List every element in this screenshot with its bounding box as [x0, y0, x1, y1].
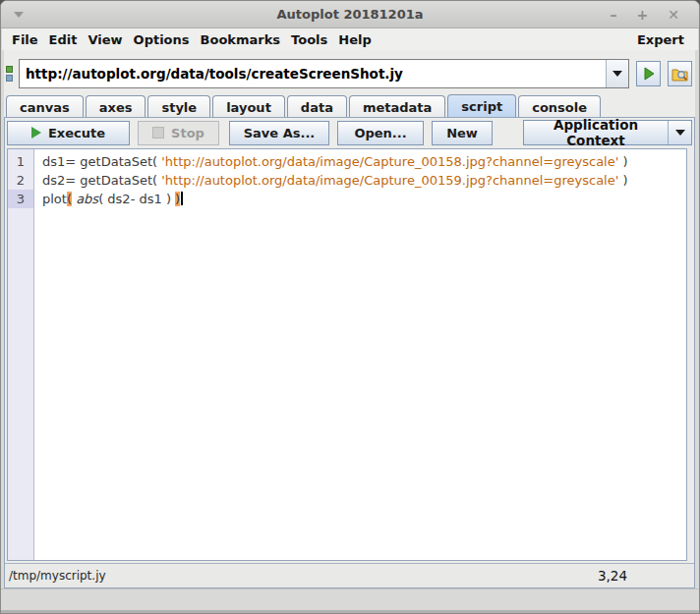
code-text: ) [618, 173, 627, 188]
code-line-1: ds1= getDataSet( 'http://autoplot.org/da… [42, 152, 686, 171]
builtin-function: abs [76, 192, 98, 206]
save-as-label: Save As... [244, 126, 316, 140]
line-number: 2 [8, 171, 33, 190]
tab-canvas[interactable]: canvas [6, 95, 84, 118]
uri-dropdown-button[interactable] [606, 60, 628, 87]
window-resize-edge[interactable] [1, 588, 699, 613]
save-as-button[interactable]: Save As... [229, 121, 329, 145]
tab-strip: canvas axes style layout data metadata s… [6, 94, 693, 118]
uri-blue-square-icon [6, 75, 13, 82]
context-combobox[interactable]: Application Context [523, 120, 692, 145]
string-literal: 'http://autoplot.org/data/image/Capture_… [161, 173, 618, 188]
cursor-position: 3,24 [598, 568, 627, 584]
text-cursor [181, 192, 183, 205]
uri-field-wrap [19, 59, 629, 88]
matched-paren: ) [175, 192, 180, 206]
code-text: ds1= getDataSet( [42, 154, 161, 169]
tab-metadata[interactable]: metadata [349, 95, 445, 118]
code-text: ( ds2- ds1 ) [98, 192, 175, 206]
tab-data[interactable]: data [287, 95, 347, 118]
execute-play-icon [31, 127, 41, 139]
code-text: ) [618, 154, 627, 169]
code-line-2: ds2= getDataSet( 'http://autoplot.org/da… [42, 171, 686, 190]
script-pane: Execute Stop Save As... Open... New Appl… [4, 117, 695, 588]
title-bar[interactable]: Autoplot 20181201a – + ✕ [1, 1, 699, 28]
execute-label: Execute [48, 126, 105, 140]
main-content: canvas axes style layout data metadata s… [4, 50, 695, 588]
stop-button: Stop [138, 121, 219, 145]
play-icon [642, 67, 656, 81]
line-number-current: 3 [8, 190, 33, 208]
chevron-down-icon [612, 71, 622, 77]
menu-options[interactable]: Options [133, 31, 191, 48]
context-combobox-value: Application Context [524, 117, 668, 148]
tab-console[interactable]: console [518, 95, 601, 118]
code-line-3: plot( abs( ds2- ds1 ) ) [42, 190, 686, 208]
open-button[interactable]: Open... [337, 121, 424, 145]
uri-input[interactable] [20, 60, 606, 87]
address-row [6, 58, 692, 89]
stop-square-icon [152, 127, 164, 139]
uri-type-icon [6, 66, 17, 82]
combobox-arrow-button[interactable] [668, 121, 691, 144]
window-title: Autoplot 20181201a [1, 7, 699, 22]
menu-edit[interactable]: Edit [48, 31, 79, 48]
script-file-path: /tmp/myscript.jy [5, 569, 106, 583]
string-literal: 'http://autoplot.org/data/image/Capture_… [161, 154, 618, 169]
menu-view[interactable]: View [87, 31, 123, 48]
tab-script[interactable]: script [447, 94, 516, 118]
code-text: ds2= getDataSet( [42, 173, 161, 188]
stop-label: Stop [171, 126, 204, 140]
new-button[interactable]: New [432, 121, 493, 145]
app-window: Autoplot 20181201a – + ✕ File Edit View … [0, 0, 700, 614]
menu-bookmarks[interactable]: Bookmarks [200, 31, 282, 48]
uri-green-square-icon [6, 66, 13, 73]
execute-button[interactable]: Execute [7, 121, 130, 145]
line-number-gutter: 1 2 3 [8, 149, 34, 560]
folder-search-icon [671, 67, 688, 82]
menu-file[interactable]: File [11, 31, 39, 48]
go-button[interactable] [636, 61, 661, 86]
tab-axes[interactable]: axes [86, 95, 146, 118]
menu-tools[interactable]: Tools [290, 31, 328, 48]
tab-style[interactable]: style [147, 95, 210, 118]
menu-help[interactable]: Help [337, 31, 372, 48]
inspect-uri-button[interactable] [668, 61, 692, 86]
status-bar: /tmp/myscript.jy 3,24 [5, 563, 694, 587]
line-number: 1 [8, 152, 33, 171]
expert-mode-label[interactable]: Expert [637, 32, 684, 47]
chevron-down-icon [675, 130, 685, 136]
code-editor[interactable]: 1 2 3 ds1= getDataSet( 'http://autoplot.… [7, 148, 687, 561]
open-label: Open... [354, 126, 406, 140]
new-label: New [446, 126, 478, 140]
script-toolbar: Execute Stop Save As... Open... New Appl… [5, 118, 694, 147]
tab-layout[interactable]: layout [212, 95, 285, 118]
code-area[interactable]: ds1= getDataSet( 'http://autoplot.org/da… [34, 149, 686, 560]
menu-bar: File Edit View Options Bookmarks Tools H… [2, 28, 698, 50]
code-text: plot [42, 192, 67, 206]
